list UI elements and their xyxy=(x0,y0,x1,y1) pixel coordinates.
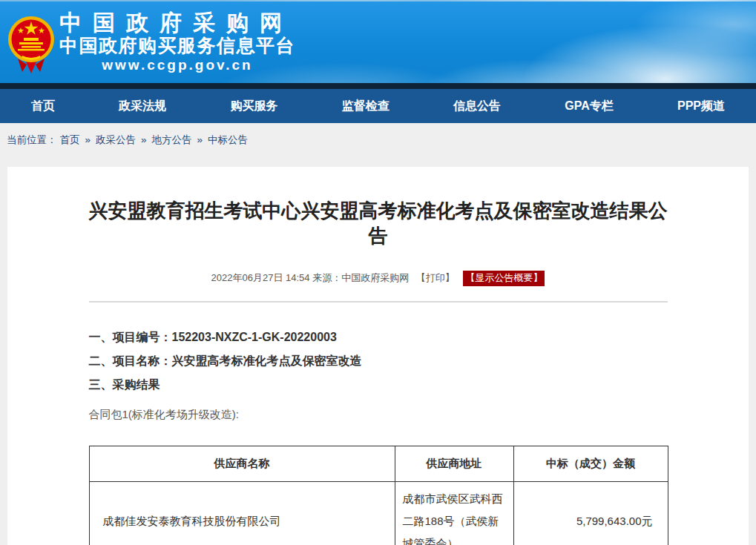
article-meta: 2022年06月27日 14:54 来源：中国政府采购网 【打印】 【显示公告概… xyxy=(89,271,668,286)
header-award-amount: 中标（成交）金额 xyxy=(513,446,668,482)
header-supplier-address: 供应商地址 xyxy=(395,446,513,482)
breadcrumb-award[interactable]: 中标公告 xyxy=(208,133,248,147)
breadcrumb-prefix: 当前位置： xyxy=(7,133,57,147)
show-summary-button[interactable]: 【显示公告概要】 xyxy=(463,271,545,286)
nav-item-supervision[interactable]: 监督检查 xyxy=(342,99,389,114)
print-button[interactable]: 【打印】 xyxy=(416,272,455,283)
nav-top-strip xyxy=(0,83,756,89)
content-card: 兴安盟教育招生考试中心兴安盟高考标准化考点及保密室改造结果公告 2022年06月… xyxy=(7,167,749,545)
nav-item-home[interactable]: 首页 xyxy=(31,99,55,114)
national-emblem-logo xyxy=(7,13,55,75)
site-subtitle: 中国政府购买服务信息平台 xyxy=(59,35,295,56)
site-url: www.ccgp.gov.cn xyxy=(59,56,295,74)
table-header-row: 供应商名称 供应商地址 中标（成交）金额 xyxy=(89,446,668,482)
breadcrumb-separator-icon: » xyxy=(197,134,203,145)
breadcrumb-local[interactable]: 地方公告 xyxy=(152,133,192,147)
home-link[interactable]: 中国政府采购网 中国政府购买服务信息平台 www.ccgp.gov.cn xyxy=(0,10,295,75)
article-body: 一、项目编号：152203-NXZC-1-GK-20220003 二、项目名称：… xyxy=(89,331,668,545)
article-source: 来源：中国政府采购网 xyxy=(312,272,409,283)
table-row: 成都佳发安泰教育科技股份有限公司 成都市武侯区武科西二路188号（武侯新城管委会… xyxy=(89,482,668,545)
project-name-line: 二、项目名称：兴安盟高考标准化考点及保密室改造 xyxy=(89,354,668,368)
article-datetime: 2022年06月27日 14:54 xyxy=(211,272,310,283)
site-banner: 中国政府采购网 中国政府购买服务信息平台 www.ccgp.gov.cn xyxy=(0,0,756,83)
breadcrumb: 当前位置： 首页 » 政采公告 » 地方公告 » 中标公告 xyxy=(0,123,756,167)
nav-item-notices[interactable]: 信息公告 xyxy=(453,99,501,114)
award-amount-cell: 5,799,643.00元 xyxy=(513,482,668,545)
result-heading-line: 三、采购结果 xyxy=(89,378,668,392)
project-number-line: 一、项目编号：152203-NXZC-1-GK-20220003 xyxy=(89,331,668,344)
brand-text: 中国政府采购网 中国政府购买服务信息平台 www.ccgp.gov.cn xyxy=(59,11,295,74)
main-nav: 首页 政采法规 购买服务 监督检查 信息公告 GPA专栏 PPP频道 xyxy=(0,89,756,123)
nav-item-gpa[interactable]: GPA专栏 xyxy=(565,99,613,114)
nav-item-purchase[interactable]: 购买服务 xyxy=(231,99,278,114)
supplier-name-cell: 成都佳发安泰教育科技股份有限公司 xyxy=(89,482,395,545)
site-name: 中国政府采购网 xyxy=(59,11,295,35)
nav-item-ppp[interactable]: PPP频道 xyxy=(677,99,725,114)
breadcrumb-home[interactable]: 首页 xyxy=(60,133,80,147)
breadcrumb-notices[interactable]: 政采公告 xyxy=(96,133,136,147)
nav-item-regulations[interactable]: 政采法规 xyxy=(119,99,166,114)
header-supplier-name: 供应商名称 xyxy=(89,446,395,482)
breadcrumb-separator-icon: » xyxy=(141,134,147,145)
result-table: 供应商名称 供应商地址 中标（成交）金额 成都佳发安泰教育科技股份有限公司 成都… xyxy=(89,446,668,545)
divider xyxy=(89,301,668,303)
breadcrumb-separator-icon: » xyxy=(85,134,91,145)
article-title: 兴安盟教育招生考试中心兴安盟高考标准化考点及保密室改造结果公告 xyxy=(89,198,668,248)
package-line: 合同包1(标准化考场升级改造): xyxy=(89,408,668,422)
supplier-address-cell: 成都市武侯区武科西二路188号（武侯新城管委会） xyxy=(395,482,513,545)
